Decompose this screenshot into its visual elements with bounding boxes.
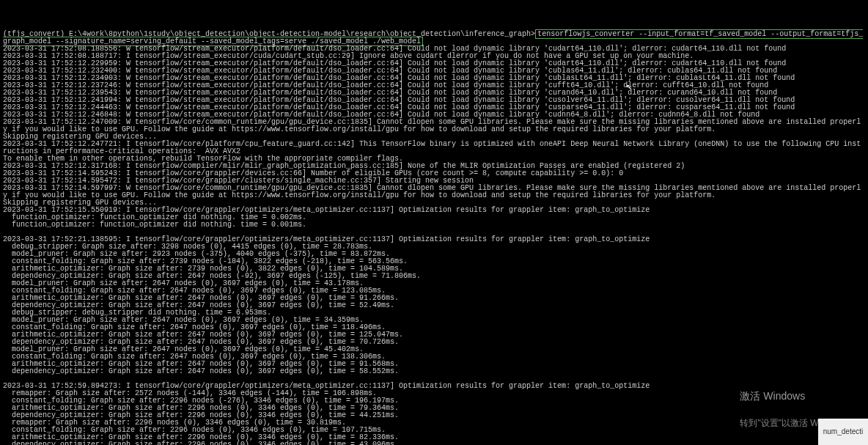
log-line: dependency_optimizer: Graph size after: … (3, 367, 399, 375)
log-line: dependency_optimizer: Graph size after: … (3, 441, 399, 445)
side-panel-snippet: num_detecti (818, 419, 868, 445)
panel-text: num_detecti (823, 428, 863, 435)
log-line: 2023-03-31 17:52:14.597997: W tensorflow… (3, 184, 861, 199)
log-line: function_optimizer: function_optimizer d… (3, 221, 306, 229)
terminal-output[interactable]: (tfjs_convert) E:\4work\8python\1study\o… (3, 31, 865, 445)
log-line: 2023-03-31 17:52:12.247009: W tensorflow… (3, 118, 861, 133)
log-line: 2023-03-31 17:52:12.247721: I tensorflow… (3, 140, 861, 155)
